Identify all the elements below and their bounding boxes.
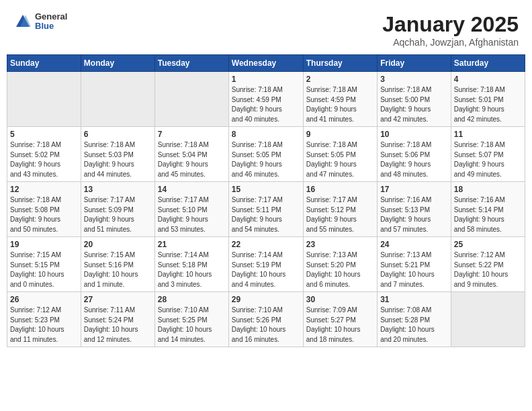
weekday-header-monday: Monday bbox=[81, 55, 154, 72]
day-number: 30 bbox=[306, 295, 374, 304]
calendar-week-4: 19Sunrise: 7:15 AM Sunset: 5:15 PM Dayli… bbox=[7, 237, 525, 292]
calendar-cell: 4Sunrise: 7:18 AM Sunset: 5:01 PM Daylig… bbox=[451, 72, 525, 127]
calendar-cell: 21Sunrise: 7:14 AM Sunset: 5:18 PM Dayli… bbox=[154, 237, 228, 292]
day-info: Sunrise: 7:18 AM Sunset: 5:00 PM Dayligh… bbox=[380, 85, 448, 124]
day-info: Sunrise: 7:15 AM Sunset: 5:15 PM Dayligh… bbox=[10, 250, 78, 289]
weekday-header-sunday: Sunday bbox=[7, 55, 81, 72]
day-number: 19 bbox=[10, 240, 78, 249]
calendar-cell bbox=[451, 292, 525, 347]
calendar-cell: 17Sunrise: 7:16 AM Sunset: 5:13 PM Dayli… bbox=[378, 182, 451, 237]
day-number: 7 bbox=[158, 130, 226, 139]
calendar-cell: 12Sunrise: 7:18 AM Sunset: 5:08 PM Dayli… bbox=[7, 182, 81, 237]
calendar-cell: 8Sunrise: 7:18 AM Sunset: 5:05 PM Daylig… bbox=[228, 127, 303, 182]
day-info: Sunrise: 7:14 AM Sunset: 5:18 PM Dayligh… bbox=[158, 250, 226, 289]
calendar-cell: 29Sunrise: 7:10 AM Sunset: 5:26 PM Dayli… bbox=[228, 292, 303, 347]
calendar-cell: 11Sunrise: 7:18 AM Sunset: 5:07 PM Dayli… bbox=[451, 127, 525, 182]
calendar-cell: 28Sunrise: 7:10 AM Sunset: 5:25 PM Dayli… bbox=[154, 292, 228, 347]
weekday-header-row: SundayMondayTuesdayWednesdayThursdayFrid… bbox=[7, 55, 525, 72]
calendar-cell: 26Sunrise: 7:12 AM Sunset: 5:23 PM Dayli… bbox=[7, 292, 81, 347]
calendar-cell: 30Sunrise: 7:09 AM Sunset: 5:27 PM Dayli… bbox=[303, 292, 377, 347]
calendar-cell: 1Sunrise: 7:18 AM Sunset: 4:59 PM Daylig… bbox=[228, 72, 303, 127]
day-info: Sunrise: 7:16 AM Sunset: 5:13 PM Dayligh… bbox=[380, 195, 448, 234]
day-number: 5 bbox=[10, 130, 78, 139]
calendar-cell: 31Sunrise: 7:08 AM Sunset: 5:28 PM Dayli… bbox=[378, 292, 451, 347]
calendar-week-1: 1Sunrise: 7:18 AM Sunset: 4:59 PM Daylig… bbox=[7, 72, 525, 127]
calendar-cell: 14Sunrise: 7:17 AM Sunset: 5:10 PM Dayli… bbox=[154, 182, 228, 237]
calendar-cell: 15Sunrise: 7:17 AM Sunset: 5:11 PM Dayli… bbox=[228, 182, 303, 237]
calendar-table: SundayMondayTuesdayWednesdayThursdayFrid… bbox=[7, 54, 525, 347]
day-info: Sunrise: 7:09 AM Sunset: 5:27 PM Dayligh… bbox=[306, 306, 374, 345]
page-header: General Blue January 2025 Aqchah, Jowzja… bbox=[7, 7, 525, 50]
day-number: 1 bbox=[232, 75, 300, 84]
day-number: 13 bbox=[84, 185, 152, 194]
calendar-week-3: 12Sunrise: 7:18 AM Sunset: 5:08 PM Dayli… bbox=[7, 182, 525, 237]
day-number: 23 bbox=[306, 240, 374, 249]
logo-blue: Blue bbox=[35, 21, 67, 31]
day-number: 9 bbox=[306, 130, 374, 139]
calendar-week-2: 5Sunrise: 7:18 AM Sunset: 5:02 PM Daylig… bbox=[7, 127, 525, 182]
day-number: 18 bbox=[454, 185, 522, 194]
calendar-cell: 2Sunrise: 7:18 AM Sunset: 4:59 PM Daylig… bbox=[303, 72, 377, 127]
calendar-cell: 18Sunrise: 7:16 AM Sunset: 5:14 PM Dayli… bbox=[451, 182, 525, 237]
calendar-cell: 13Sunrise: 7:17 AM Sunset: 5:09 PM Dayli… bbox=[81, 182, 154, 237]
logo-text: General Blue bbox=[35, 12, 67, 32]
logo: General Blue bbox=[13, 12, 67, 32]
day-info: Sunrise: 7:18 AM Sunset: 5:05 PM Dayligh… bbox=[232, 140, 300, 179]
day-number: 17 bbox=[380, 185, 448, 194]
day-info: Sunrise: 7:18 AM Sunset: 5:04 PM Dayligh… bbox=[158, 140, 226, 179]
calendar-cell bbox=[154, 72, 228, 127]
logo-general: General bbox=[35, 12, 67, 21]
calendar-cell: 23Sunrise: 7:13 AM Sunset: 5:20 PM Dayli… bbox=[303, 237, 377, 292]
day-info: Sunrise: 7:18 AM Sunset: 5:02 PM Dayligh… bbox=[10, 140, 78, 179]
day-info: Sunrise: 7:17 AM Sunset: 5:09 PM Dayligh… bbox=[84, 195, 152, 234]
calendar-cell: 6Sunrise: 7:18 AM Sunset: 5:03 PM Daylig… bbox=[81, 127, 154, 182]
day-info: Sunrise: 7:13 AM Sunset: 5:20 PM Dayligh… bbox=[306, 250, 374, 289]
day-number: 26 bbox=[10, 295, 78, 304]
day-number: 20 bbox=[84, 240, 152, 249]
day-number: 27 bbox=[84, 295, 152, 304]
title-block: January 2025 Aqchah, Jowzjan, Afghanista… bbox=[382, 12, 519, 48]
calendar-cell: 25Sunrise: 7:12 AM Sunset: 5:22 PM Dayli… bbox=[451, 237, 525, 292]
calendar-cell: 24Sunrise: 7:13 AM Sunset: 5:21 PM Dayli… bbox=[378, 237, 451, 292]
day-number: 8 bbox=[232, 130, 300, 139]
day-number: 6 bbox=[84, 130, 152, 139]
calendar-title: January 2025 bbox=[382, 12, 519, 37]
day-number: 31 bbox=[380, 295, 448, 304]
calendar-cell: 7Sunrise: 7:18 AM Sunset: 5:04 PM Daylig… bbox=[154, 127, 228, 182]
calendar-cell: 16Sunrise: 7:17 AM Sunset: 5:12 PM Dayli… bbox=[303, 182, 377, 237]
weekday-header-friday: Friday bbox=[378, 55, 451, 72]
day-info: Sunrise: 7:17 AM Sunset: 5:12 PM Dayligh… bbox=[306, 195, 374, 234]
day-number: 16 bbox=[306, 185, 374, 194]
day-number: 4 bbox=[454, 75, 522, 84]
day-info: Sunrise: 7:12 AM Sunset: 5:23 PM Dayligh… bbox=[10, 306, 78, 345]
day-info: Sunrise: 7:17 AM Sunset: 5:10 PM Dayligh… bbox=[158, 195, 226, 234]
calendar-cell: 19Sunrise: 7:15 AM Sunset: 5:15 PM Dayli… bbox=[7, 237, 81, 292]
calendar-week-5: 26Sunrise: 7:12 AM Sunset: 5:23 PM Dayli… bbox=[7, 292, 525, 347]
day-info: Sunrise: 7:18 AM Sunset: 5:01 PM Dayligh… bbox=[454, 85, 522, 124]
day-info: Sunrise: 7:13 AM Sunset: 5:21 PM Dayligh… bbox=[380, 250, 448, 289]
day-info: Sunrise: 7:08 AM Sunset: 5:28 PM Dayligh… bbox=[380, 306, 448, 345]
weekday-header-wednesday: Wednesday bbox=[228, 55, 303, 72]
day-number: 21 bbox=[158, 240, 226, 249]
day-number: 11 bbox=[454, 130, 522, 139]
day-number: 2 bbox=[306, 75, 374, 84]
day-number: 22 bbox=[232, 240, 300, 249]
day-number: 25 bbox=[454, 240, 522, 249]
calendar-cell: 20Sunrise: 7:15 AM Sunset: 5:16 PM Dayli… bbox=[81, 237, 154, 292]
weekday-header-thursday: Thursday bbox=[303, 55, 377, 72]
day-info: Sunrise: 7:10 AM Sunset: 5:25 PM Dayligh… bbox=[158, 306, 226, 345]
calendar-cell: 22Sunrise: 7:14 AM Sunset: 5:19 PM Dayli… bbox=[228, 237, 303, 292]
weekday-header-saturday: Saturday bbox=[451, 55, 525, 72]
calendar-cell bbox=[81, 72, 154, 127]
day-info: Sunrise: 7:18 AM Sunset: 5:07 PM Dayligh… bbox=[454, 140, 522, 179]
weekday-header-tuesday: Tuesday bbox=[154, 55, 228, 72]
day-number: 28 bbox=[158, 295, 226, 304]
day-info: Sunrise: 7:18 AM Sunset: 5:06 PM Dayligh… bbox=[380, 140, 448, 179]
calendar-cell: 10Sunrise: 7:18 AM Sunset: 5:06 PM Dayli… bbox=[378, 127, 451, 182]
day-info: Sunrise: 7:18 AM Sunset: 5:05 PM Dayligh… bbox=[306, 140, 374, 179]
day-info: Sunrise: 7:18 AM Sunset: 5:03 PM Dayligh… bbox=[84, 140, 152, 179]
calendar-location: Aqchah, Jowzjan, Afghanistan bbox=[382, 37, 519, 48]
calendar-cell: 9Sunrise: 7:18 AM Sunset: 5:05 PM Daylig… bbox=[303, 127, 377, 182]
day-info: Sunrise: 7:11 AM Sunset: 5:24 PM Dayligh… bbox=[84, 306, 152, 345]
day-number: 10 bbox=[380, 130, 448, 139]
